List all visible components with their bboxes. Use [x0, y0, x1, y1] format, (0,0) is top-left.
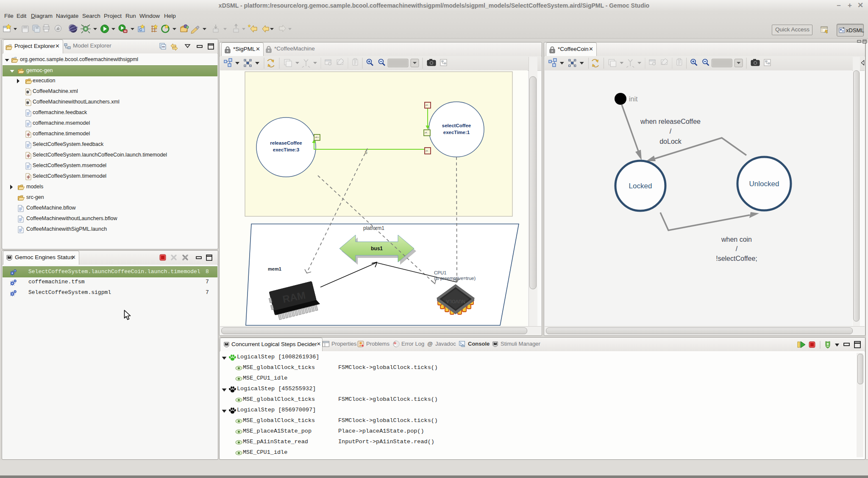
- svg-text:execTime:1: execTime:1: [443, 130, 470, 135]
- svg-text:CPU1: CPU1: [434, 270, 446, 275]
- svg-text:(is preemptive=true): (is preemptive=true): [434, 276, 476, 281]
- svg-text:Unlocked: Unlocked: [749, 180, 779, 188]
- svg-text:NUVOLA: NUVOLA: [446, 299, 465, 304]
- svg-text:selectCoffee: selectCoffee: [442, 123, 471, 128]
- svg-text:releaseCoffee: releaseCoffee: [270, 140, 302, 145]
- svg-text:Locked: Locked: [629, 182, 652, 190]
- svg-text:pA..: pA..: [426, 104, 428, 106]
- svg-text:bus1: bus1: [371, 246, 383, 252]
- svg-text:!selectCoffee;: !selectCoffee;: [716, 255, 757, 262]
- svg-text:platform1: platform1: [363, 225, 384, 231]
- svg-text:execTime:3: execTime:3: [273, 147, 299, 152]
- svg-text:when releaseCoffee: when releaseCoffee: [640, 118, 701, 125]
- svg-text:pA..: pA..: [425, 131, 428, 134]
- svg-text:when coin: when coin: [721, 236, 752, 243]
- svg-text:init: init: [629, 95, 638, 103]
- svg-text:pA.In: pA.In: [315, 136, 319, 138]
- svg-text:doLock: doLock: [659, 138, 682, 145]
- svg-text:mem1: mem1: [268, 266, 281, 271]
- svg-text:/: /: [736, 245, 738, 252]
- svg-text:/: /: [670, 128, 672, 135]
- svg-text:pA..: pA..: [426, 150, 428, 152]
